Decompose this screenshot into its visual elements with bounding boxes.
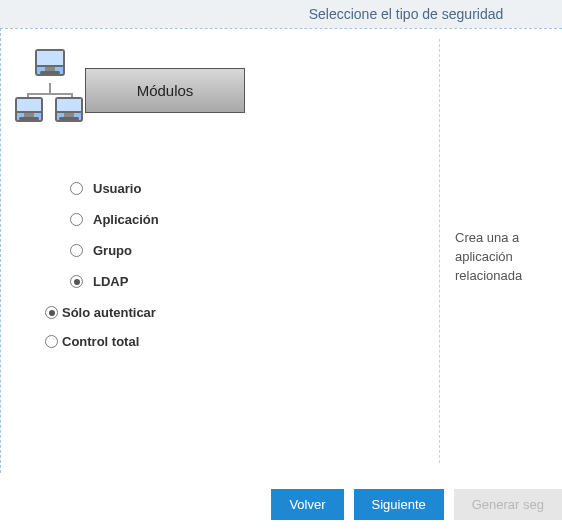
module-badge: Módulos	[15, 49, 419, 131]
page-header: Seleccione el tipo de seguridad	[0, 0, 562, 28]
description-line: aplicación	[455, 248, 562, 267]
left-column: Módulos Usuario Aplicación Grupo LDAP	[1, 29, 439, 473]
next-button[interactable]: Siguiente	[354, 489, 444, 520]
security-type-label: Aplicación	[93, 212, 159, 227]
radio-icon	[45, 306, 58, 319]
ldap-mode-label: Sólo autenticar	[62, 305, 156, 320]
ldap-mode-control-total[interactable]: Control total	[45, 334, 419, 349]
radio-icon	[70, 182, 83, 195]
network-computers-icon	[15, 49, 85, 131]
security-type-usuario[interactable]: Usuario	[70, 181, 419, 196]
security-type-label: Grupo	[93, 243, 132, 258]
security-type-grupo[interactable]: Grupo	[70, 243, 419, 258]
page-title: Seleccione el tipo de seguridad	[59, 6, 504, 22]
security-type-ldap[interactable]: LDAP	[70, 274, 419, 289]
ldap-mode-solo-autenticar[interactable]: Sólo autenticar	[45, 305, 419, 320]
main-panel: Módulos Usuario Aplicación Grupo LDAP	[0, 28, 562, 473]
radio-icon	[45, 335, 58, 348]
security-type-group: Usuario Aplicación Grupo LDAP	[70, 181, 419, 289]
description-panel: Crea una a aplicación relacionada	[455, 29, 562, 473]
description-line: Crea una a	[455, 229, 562, 248]
module-title: Módulos	[85, 68, 245, 113]
security-type-label: LDAP	[93, 274, 128, 289]
ldap-mode-label: Control total	[62, 334, 139, 349]
vertical-divider	[439, 39, 440, 463]
radio-icon	[70, 275, 83, 288]
generate-button: Generar seg	[454, 489, 562, 520]
security-type-aplicacion[interactable]: Aplicación	[70, 212, 419, 227]
description-line: relacionada	[455, 267, 562, 286]
ldap-mode-group: Sólo autenticar Control total	[45, 305, 419, 349]
security-type-label: Usuario	[93, 181, 141, 196]
radio-icon	[70, 213, 83, 226]
wizard-footer: Volver Siguiente Generar seg	[271, 489, 562, 520]
back-button[interactable]: Volver	[271, 489, 343, 520]
module-title-label: Módulos	[137, 82, 194, 99]
radio-icon	[70, 244, 83, 257]
